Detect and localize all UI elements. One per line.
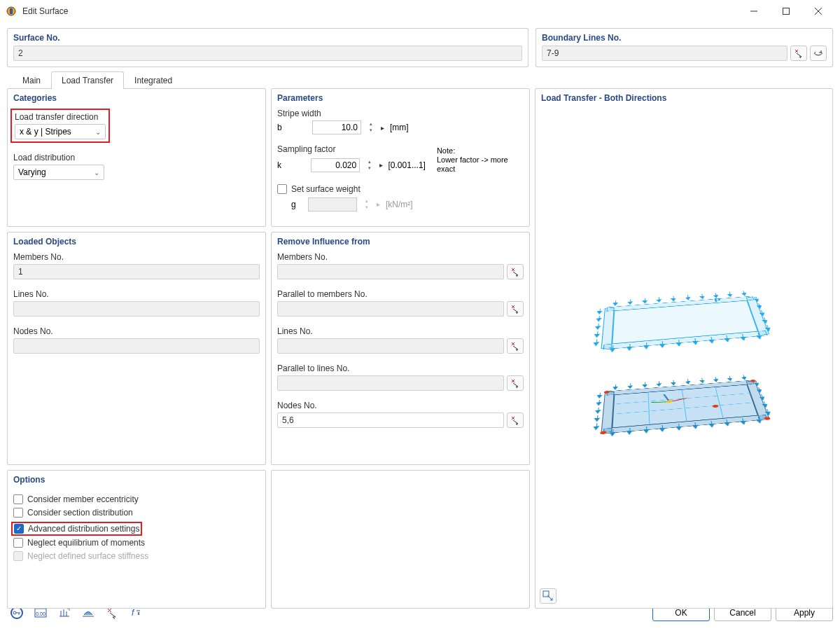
sampling-spinner[interactable]: ▴▾ bbox=[365, 159, 373, 172]
delete-pick-icon bbox=[510, 378, 520, 388]
remove-members-input[interactable] bbox=[277, 264, 504, 279]
play-icon: ▸ bbox=[377, 200, 380, 208]
flip-icon bbox=[813, 48, 823, 58]
weight-symbol: g bbox=[291, 200, 302, 209]
loaded-nodes-label: Nodes No. bbox=[13, 326, 260, 336]
load-direction-label: Load transfer direction bbox=[15, 112, 106, 122]
preview-title: Load Transfer - Both Directions bbox=[541, 93, 827, 103]
play-icon[interactable]: ▸ bbox=[379, 161, 383, 169]
close-button[interactable] bbox=[802, 0, 834, 22]
delete-pick-icon bbox=[510, 415, 520, 425]
delete-pick-icon bbox=[510, 267, 520, 277]
weight-spinner: ▴▾ bbox=[363, 198, 371, 211]
tab-load-transfer[interactable]: Load Transfer bbox=[51, 71, 124, 89]
surface-no-label: Surface No. bbox=[13, 33, 522, 43]
tab-bar: Main Load Transfer Integrated bbox=[7, 71, 833, 89]
svg-text:f: f bbox=[132, 608, 135, 618]
window-title: Edit Surface bbox=[22, 6, 738, 16]
svg-rect-1 bbox=[10, 8, 13, 14]
boundary-lines-label: Boundary Lines No. bbox=[542, 33, 827, 43]
loaded-lines-label: Lines No. bbox=[13, 289, 260, 299]
load-distribution-label: Load distribution bbox=[13, 153, 260, 162]
load-distribution-value: Varying bbox=[18, 167, 46, 177]
option-section[interactable]: Consider section distribution bbox=[13, 508, 260, 518]
empty-panel bbox=[271, 470, 530, 609]
sampling-range: [0.001...1] bbox=[388, 160, 426, 170]
loaded-objects-title: Loaded Objects bbox=[13, 237, 260, 247]
categories-panel: Categories Load transfer direction x & y… bbox=[7, 88, 266, 227]
load-direction-dropdown[interactable]: x & y | Stripes ⌄ bbox=[15, 124, 106, 139]
note-text: Lower factor -> more exact bbox=[437, 155, 524, 174]
stripe-symbol: b bbox=[277, 123, 288, 132]
loaded-lines-input[interactable] bbox=[13, 301, 260, 317]
load-transfer-diagram: p bbox=[579, 258, 789, 440]
remove-nodes-label: Nodes No. bbox=[277, 401, 524, 410]
sampling-input[interactable] bbox=[311, 158, 360, 172]
surface-no-panel: Surface No. bbox=[7, 28, 528, 67]
remove-lines-label: Lines No. bbox=[277, 326, 524, 336]
loaded-objects-panel: Loaded Objects Members No. Lines No. Nod… bbox=[7, 232, 266, 465]
sampling-symbol: k bbox=[277, 160, 288, 170]
maximize-button[interactable] bbox=[770, 0, 802, 22]
load-distribution-dropdown[interactable]: Varying ⌄ bbox=[13, 165, 104, 180]
pick-lines-button[interactable] bbox=[790, 46, 807, 61]
app-icon bbox=[6, 6, 17, 17]
option-neglect-moments[interactable]: Neglect equilibrium of moments bbox=[13, 538, 260, 548]
title-bar: Edit Surface bbox=[0, 0, 840, 22]
options-title: Options bbox=[13, 475, 260, 485]
remove-title: Remove Influence from bbox=[277, 237, 524, 247]
tab-main[interactable]: Main bbox=[12, 71, 51, 89]
preview-settings-icon bbox=[542, 590, 554, 602]
svg-rect-3 bbox=[783, 8, 790, 14]
weight-input bbox=[308, 197, 357, 212]
remove-members-label: Members No. bbox=[277, 252, 524, 262]
delete-pick-icon bbox=[510, 304, 520, 314]
remove-par-lines-input[interactable] bbox=[277, 375, 504, 391]
play-icon[interactable]: ▸ bbox=[381, 124, 384, 132]
chevron-down-icon: ⌄ bbox=[95, 128, 101, 136]
remove-nodes-input[interactable] bbox=[277, 412, 504, 428]
preview-settings-button[interactable] bbox=[540, 588, 556, 604]
note-label: Note: bbox=[437, 146, 524, 155]
svg-text:0,00: 0,00 bbox=[36, 611, 46, 616]
remove-par-members-pick[interactable] bbox=[507, 301, 524, 317]
boundary-lines-panel: Boundary Lines No. bbox=[536, 28, 833, 67]
loaded-nodes-input[interactable] bbox=[13, 338, 260, 354]
weight-unit: [kN/m²] bbox=[386, 200, 413, 209]
svg-point-20 bbox=[13, 611, 16, 614]
remove-members-pick[interactable] bbox=[507, 264, 524, 279]
remove-par-lines-pick[interactable] bbox=[507, 375, 524, 391]
remove-par-members-label: Parallel to members No. bbox=[277, 289, 524, 299]
flip-orientation-button[interactable] bbox=[810, 46, 827, 61]
chevron-down-icon: ⌄ bbox=[94, 169, 99, 176]
option-neglect-stiffness: Neglect defined surface stiffness bbox=[13, 551, 260, 561]
load-symbol: p bbox=[713, 296, 721, 302]
remove-influence-panel: Remove Influence from Members No. Parall… bbox=[271, 232, 530, 465]
remove-lines-input[interactable] bbox=[277, 338, 504, 354]
preview-panel: Load Transfer - Both Directions p bbox=[535, 88, 833, 609]
stripe-width-label: Stripe width bbox=[277, 109, 524, 118]
boundary-lines-input[interactable] bbox=[542, 46, 788, 61]
stripe-width-input[interactable] bbox=[312, 120, 361, 134]
parameters-panel: Parameters Stripe width b ▴▾ ▸ [mm] Samp… bbox=[271, 88, 530, 227]
parameters-title: Parameters bbox=[277, 93, 524, 103]
remove-nodes-pick[interactable] bbox=[507, 412, 524, 428]
tab-integrated[interactable]: Integrated bbox=[124, 71, 183, 89]
stripe-spinner[interactable]: ▴▾ bbox=[367, 121, 375, 134]
remove-lines-pick[interactable] bbox=[507, 338, 524, 354]
load-direction-value: x & y | Stripes bbox=[20, 127, 71, 137]
option-advanced[interactable]: Advanced distribution settings bbox=[14, 524, 139, 534]
options-panel: Options Consider member eccentricity Con… bbox=[7, 470, 266, 609]
categories-title: Categories bbox=[13, 93, 260, 103]
loaded-members-input[interactable] bbox=[13, 264, 260, 279]
minimize-button[interactable] bbox=[738, 0, 770, 22]
delete-pick-icon bbox=[794, 48, 804, 58]
option-eccentricity[interactable]: Consider member eccentricity bbox=[13, 494, 260, 504]
remove-par-members-input[interactable] bbox=[277, 301, 504, 317]
stripe-unit: [mm] bbox=[390, 123, 409, 132]
remove-par-lines-label: Parallel to lines No. bbox=[277, 363, 524, 373]
delete-pick-icon bbox=[510, 341, 520, 351]
loaded-members-label: Members No. bbox=[13, 252, 260, 262]
surface-no-input[interactable] bbox=[13, 46, 522, 61]
set-surface-weight-check[interactable]: Set surface weight bbox=[277, 184, 524, 194]
